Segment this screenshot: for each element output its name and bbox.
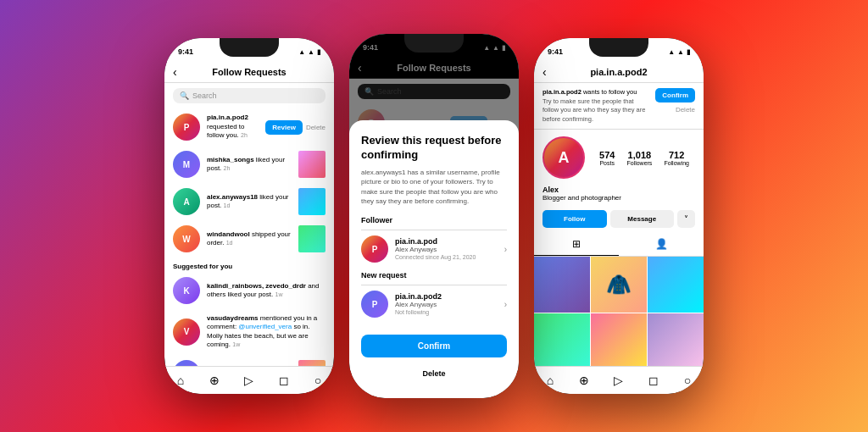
grid-cell-2: 🧥 xyxy=(591,257,647,313)
new-request-row[interactable]: P pia.in.a.pod2 Alex AnywaysNot followin… xyxy=(361,285,507,323)
follow-req-text: pia.in.a.pod2 wants to follow you Try to… xyxy=(542,88,648,124)
delete-button-left[interactable]: Delete xyxy=(306,124,326,131)
notch-center xyxy=(404,34,464,53)
search-bar-left[interactable]: 🔍 Search xyxy=(173,88,326,103)
new-request-label: New request xyxy=(361,271,507,280)
avatar-vasu: V xyxy=(173,318,200,346)
tab-grid[interactable]: ⊞ xyxy=(534,233,619,256)
phone-left: 9:41 ▲ ▲ ▮ ‹ Follow Requests 🔍 Search xyxy=(164,38,334,394)
stat-following-num: 712 xyxy=(664,150,689,160)
profile-username-header: pia.in.a.pod2 xyxy=(590,67,647,77)
thumb-windandwool xyxy=(298,225,326,252)
shop-icon-right[interactable]: ◻ xyxy=(648,374,659,387)
search-icon-nav-right[interactable]: ⊕ xyxy=(579,374,589,387)
notif-text-vasu: vasudaydreams mentioned you in a comment… xyxy=(207,314,326,350)
grid-img-3 xyxy=(648,257,704,313)
grid-img-6 xyxy=(648,313,704,369)
signal-icon-right: ▲ xyxy=(668,48,675,56)
follower-sub: Alex AnywaysConnected since Aug 21, 2020 xyxy=(395,246,498,261)
grid-img-1 xyxy=(534,257,590,313)
battery-icon: ▮ xyxy=(317,48,320,56)
message-button[interactable]: Message xyxy=(610,210,675,228)
grid-cell-3 xyxy=(648,257,704,313)
more-button[interactable]: ˅ xyxy=(677,210,695,228)
thumb-mishka xyxy=(298,151,326,178)
home-icon-left[interactable]: ⌂ xyxy=(177,374,184,387)
profile-icon-right[interactable]: ○ xyxy=(684,374,691,387)
status-icons-left: ▲ ▲ ▮ xyxy=(298,48,320,56)
header-title-left: Follow Requests xyxy=(212,67,286,77)
back-arrow-left[interactable]: ‹ xyxy=(173,65,177,79)
notif-item-follow-request: P pia.in.a.pod2 requested to follow you.… xyxy=(164,108,334,146)
profile-bio: Blogger and photographer xyxy=(542,194,695,202)
stat-following-label: Following xyxy=(664,160,689,166)
search-icon-left: 🔍 xyxy=(180,91,189,100)
follower-username: pia.in.a.pod xyxy=(395,237,498,246)
suggested-label: Suggested for you xyxy=(164,258,334,272)
follow-req-username: pia.in.a.pod2 xyxy=(542,88,581,96)
battery-icon-right: ▮ xyxy=(687,48,690,56)
notif-text-alex: alex.anyways18 liked your post. 1d xyxy=(207,193,292,211)
profile-avatar: A xyxy=(542,136,585,179)
wifi-icon: ▲ xyxy=(308,48,314,56)
notch-left xyxy=(220,38,279,57)
phone-left-screen: 9:41 ▲ ▲ ▮ ‹ Follow Requests 🔍 Search xyxy=(164,38,334,394)
signal-icon: ▲ xyxy=(298,48,305,56)
follow-request-bar: pia.in.a.pod2 wants to follow you Try to… xyxy=(534,83,704,130)
modal-overlay: Review this request before confirming al… xyxy=(349,34,519,398)
notif-list-left: P pia.in.a.pod2 requested to follow you.… xyxy=(164,108,334,394)
btn-pair-pia: Review Delete xyxy=(265,120,326,135)
avatar-alex: A xyxy=(173,188,200,215)
avatar-follower: P xyxy=(361,235,388,263)
grid-cell-1 xyxy=(534,257,590,313)
profile-name: Alex xyxy=(542,186,695,194)
avatar-windandwool: W xyxy=(173,225,200,252)
phone-right-screen: 9:41 ▲ ▲ ▮ ‹ pia.in.a.pod2 pia.in.a.pod2… xyxy=(534,38,704,394)
time-right: 9:41 xyxy=(548,47,563,56)
delete-button-center[interactable]: Delete xyxy=(361,363,507,385)
grid-cell-6 xyxy=(648,313,704,369)
profile-info: Alex Blogger and photographer xyxy=(534,182,704,205)
search-icon-nav-left[interactable]: ⊕ xyxy=(209,374,220,387)
review-button[interactable]: Review xyxy=(265,120,303,135)
notif-item-kalindi: K kalindi_rainbows, zevedo_drdr and othe… xyxy=(164,272,334,309)
search-placeholder-left: Search xyxy=(192,91,217,100)
profile-icon-left[interactable]: ○ xyxy=(314,374,321,387)
phone-center-screen: 9:41 ▲ ▲ ▮ ‹ Follow Requests 🔍 Search P xyxy=(349,34,519,398)
delete-button-right[interactable]: Delete xyxy=(676,106,695,114)
notif-item-alex: A alex.anyways18 liked your post. 1d xyxy=(164,183,334,220)
stat-followers-num: 1,018 xyxy=(626,150,652,160)
phones-container: 9:41 ▲ ▲ ▮ ‹ Follow Requests 🔍 Search xyxy=(147,17,721,415)
grid-cell-4 xyxy=(534,313,590,369)
notif-text-pia: pia.in.a.pod2 requested to follow you. 2… xyxy=(207,114,259,140)
avatar-new-request: P xyxy=(361,291,388,318)
follower-row[interactable]: P pia.in.a.pod Alex AnywaysConnected sin… xyxy=(361,230,507,268)
photo-grid: 🧥 xyxy=(534,257,704,369)
follow-button[interactable]: Follow xyxy=(542,210,607,228)
confirm-button-right[interactable]: Confirm xyxy=(655,88,695,102)
new-request-info: pia.in.a.pod2 Alex AnywaysNot following xyxy=(395,292,498,316)
profile-top-section: A 574 Posts 1,018 Followers 712 Followin… xyxy=(534,130,704,182)
avatar-mishka: M xyxy=(173,151,200,178)
shop-icon-left[interactable]: ◻ xyxy=(279,374,289,387)
stat-following: 712 Following xyxy=(664,150,689,166)
confirm-button-center[interactable]: Confirm xyxy=(361,335,507,357)
time-left: 9:41 xyxy=(178,47,193,56)
profile-tabs: ⊞ 👤 xyxy=(534,233,704,257)
stat-posts-num: 574 xyxy=(599,150,615,160)
follower-label: Follower xyxy=(361,216,507,224)
modal-sheet: Review this request before confirming al… xyxy=(349,120,519,398)
stat-followers-label: Followers xyxy=(626,160,652,166)
notif-text-kalindi: kalindi_rainbows, zevedo_drdr and others… xyxy=(207,282,326,300)
reels-icon-left[interactable]: ▷ xyxy=(244,374,253,387)
tab-tagged[interactable]: 👤 xyxy=(619,233,704,256)
status-icons-right: ▲ ▲ ▮ xyxy=(668,48,690,56)
reels-icon-right[interactable]: ▷ xyxy=(614,374,623,387)
home-icon-right[interactable]: ⌂ xyxy=(547,374,554,387)
back-arrow-right[interactable]: ‹ xyxy=(542,65,547,79)
modal-desc: alex.anyways1 has a similar username, pr… xyxy=(361,168,507,206)
phone-right: 9:41 ▲ ▲ ▮ ‹ pia.in.a.pod2 pia.in.a.pod2… xyxy=(534,38,704,394)
notif-text-mishka: mishka_songs liked your post. 2h xyxy=(207,156,292,174)
stat-posts: 574 Posts xyxy=(599,150,615,166)
new-request-sub: Alex AnywaysNot following xyxy=(395,301,498,316)
